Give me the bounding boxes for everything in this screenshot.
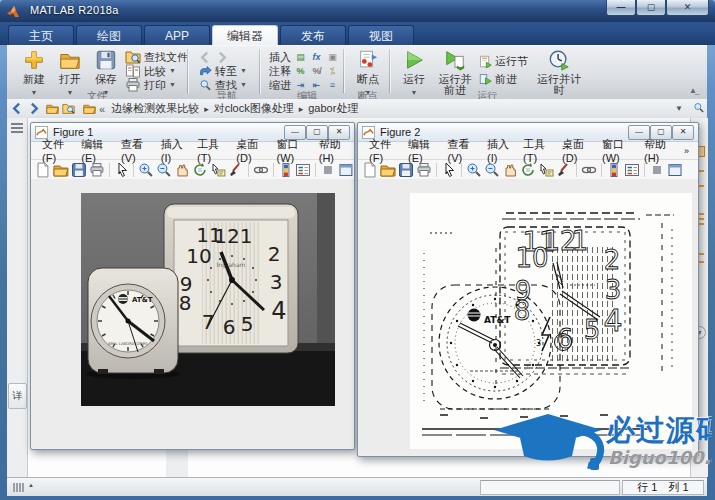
comment-row[interactable]: 注释 % %̸ ⁒ (269, 64, 339, 78)
menu-edit[interactable]: 编辑(E) (403, 137, 443, 164)
new-figure-icon[interactable] (362, 162, 378, 178)
comment-icon[interactable]: % (294, 65, 307, 77)
open-button[interactable]: 打开▼ (53, 49, 87, 91)
menu-insert[interactable]: 插入(I) (156, 137, 192, 164)
brush-icon[interactable] (228, 162, 244, 178)
collapse-ribbon-icon[interactable]: ▲̲ (689, 86, 697, 95)
pan-icon[interactable] (502, 162, 518, 178)
menu-desktop[interactable]: 桌面(D) (231, 137, 271, 164)
nav-history-buttons[interactable] (199, 50, 228, 64)
menu-view[interactable]: 查看(V) (116, 137, 156, 164)
tab-home[interactable]: 主页 (8, 25, 74, 46)
pointer-icon[interactable] (441, 162, 457, 178)
figure1-restore-button[interactable]: ▢ (306, 125, 328, 140)
menu-tools[interactable]: 工具(T) (192, 137, 231, 164)
compare-button[interactable]: 比较▼ (125, 64, 176, 78)
menu-desktop[interactable]: 桌面(D) (557, 137, 597, 164)
status-grip-icon[interactable]: ▲ (13, 482, 34, 494)
new-button[interactable]: 新建▼ (17, 49, 51, 91)
advance-button[interactable]: 前进 (479, 72, 517, 86)
menu-tools[interactable]: 工具(T) (518, 137, 557, 164)
link-plot-icon[interactable] (581, 162, 597, 178)
menu-file[interactable]: 文件(F) (364, 137, 403, 164)
run-button[interactable]: 运行▼ (397, 49, 431, 91)
menu-help[interactable]: 帮助(H) (639, 137, 679, 164)
run-advance-button[interactable]: 运行并前进 (435, 49, 475, 91)
new-figure-icon[interactable] (35, 162, 51, 178)
forward-icon[interactable] (215, 51, 228, 64)
folder-up-icon[interactable] (46, 102, 59, 115)
goto-button[interactable]: 转至▼ (199, 64, 247, 78)
insert-section-icon[interactable]: ▤ (294, 51, 307, 63)
zoom-in-icon[interactable] (138, 162, 154, 178)
browse-folder-icon[interactable] (62, 102, 75, 115)
figure1-close-button[interactable]: ✕ (328, 125, 350, 140)
breadcrumb-item-2[interactable]: 对clock图像处理 (214, 101, 294, 116)
print-figure-icon[interactable] (89, 162, 105, 178)
zoom-out-icon[interactable] (484, 162, 500, 178)
pan-icon[interactable] (174, 162, 190, 178)
print-button[interactable]: 打印▼ (125, 78, 176, 92)
hide-plot-tools-icon[interactable] (320, 162, 336, 178)
tab-plots[interactable]: 绘图 (76, 25, 142, 46)
menu-window[interactable]: 窗口(W) (272, 137, 314, 164)
find-files-button[interactable]: 查找文件 (125, 50, 188, 64)
tab-view[interactable]: 视图 (348, 25, 414, 46)
menu-overflow-icon[interactable]: » (679, 146, 694, 156)
details-panel-tab[interactable]: 详 (8, 383, 27, 409)
brush-icon[interactable] (556, 162, 572, 178)
show-plot-tools-icon[interactable] (667, 162, 683, 178)
wrap-comment-icon[interactable]: ⁒ (326, 65, 339, 77)
insert-image-icon[interactable]: ▣ (326, 51, 339, 63)
figure1-window[interactable]: Figure 1 — ▢ ✕ 文件(F) 编辑(E) 查看(V) 插入(I) 工… (30, 122, 355, 450)
breadcrumb-item-1[interactable]: 边缘检测效果比较 (111, 101, 199, 116)
zoom-out-icon[interactable] (156, 162, 172, 178)
save-figure-icon[interactable] (71, 162, 87, 178)
crumb-dropdown-icon[interactable]: ▼ (675, 104, 683, 113)
back-icon[interactable] (199, 51, 212, 64)
legend-icon[interactable] (624, 162, 640, 178)
pointer-icon[interactable] (114, 162, 130, 178)
minimize-button[interactable]: — (606, 0, 636, 16)
figure2-close-button[interactable]: ✕ (672, 125, 694, 140)
tab-editor[interactable]: 编辑器 (212, 25, 278, 46)
hide-plot-tools-icon[interactable] (649, 162, 665, 178)
insert-function-icon[interactable]: fx (310, 51, 323, 63)
save-figure-icon[interactable] (398, 162, 414, 178)
link-plot-icon[interactable] (253, 162, 269, 178)
insert-row[interactable]: 插入 ▤ fx ▣ (269, 50, 339, 64)
crumb-back-icon[interactable] (11, 102, 24, 115)
crumb-forward-icon[interactable] (27, 102, 40, 115)
breakpoints-button[interactable]: 断点▼ (351, 49, 385, 91)
show-plot-tools-icon[interactable] (338, 162, 354, 178)
open-file-icon[interactable] (53, 162, 69, 178)
uncomment-icon[interactable]: %̸ (310, 65, 323, 77)
save-button[interactable]: 保存▼ (89, 49, 123, 91)
figure1-minimize-button[interactable]: — (284, 125, 306, 140)
figure2-restore-button[interactable]: ▢ (650, 125, 672, 140)
rotate3d-icon[interactable] (192, 162, 208, 178)
rotate3d-icon[interactable] (520, 162, 536, 178)
print-figure-icon[interactable] (416, 162, 432, 178)
open-file-icon[interactable] (380, 162, 396, 178)
legend-icon[interactable] (295, 162, 311, 178)
zoom-in-icon[interactable] (466, 162, 482, 178)
figure2-window[interactable]: Figure 2 — ▢ ✕ 文件(F) 编辑(E) 查看(V) 插入(I) 工… (357, 122, 699, 457)
menu-help[interactable]: 帮助(H) (314, 137, 354, 164)
tab-apps[interactable]: APP (144, 25, 210, 46)
close-button[interactable]: ✕ (666, 0, 709, 16)
menu-file[interactable]: 文件(F) (37, 137, 76, 164)
menu-edit[interactable]: 编辑(E) (76, 137, 116, 164)
menu-insert[interactable]: 插入(I) (482, 137, 518, 164)
menu-window[interactable]: 窗口(W) (597, 137, 639, 164)
panel-menu-icon[interactable] (11, 121, 23, 135)
colorbar-icon[interactable] (606, 162, 622, 178)
data-cursor-icon[interactable] (538, 162, 554, 178)
breadcrumb-item-3[interactable]: gabor处理 (308, 101, 358, 116)
run-time-button[interactable]: 运行并计时 (537, 49, 581, 91)
data-cursor-icon[interactable] (210, 162, 226, 178)
menu-view[interactable]: 查看(V) (443, 137, 483, 164)
maximize-button[interactable]: ▢ (636, 0, 666, 16)
figure2-minimize-button[interactable]: — (628, 125, 650, 140)
colorbar-icon[interactable] (278, 162, 294, 178)
